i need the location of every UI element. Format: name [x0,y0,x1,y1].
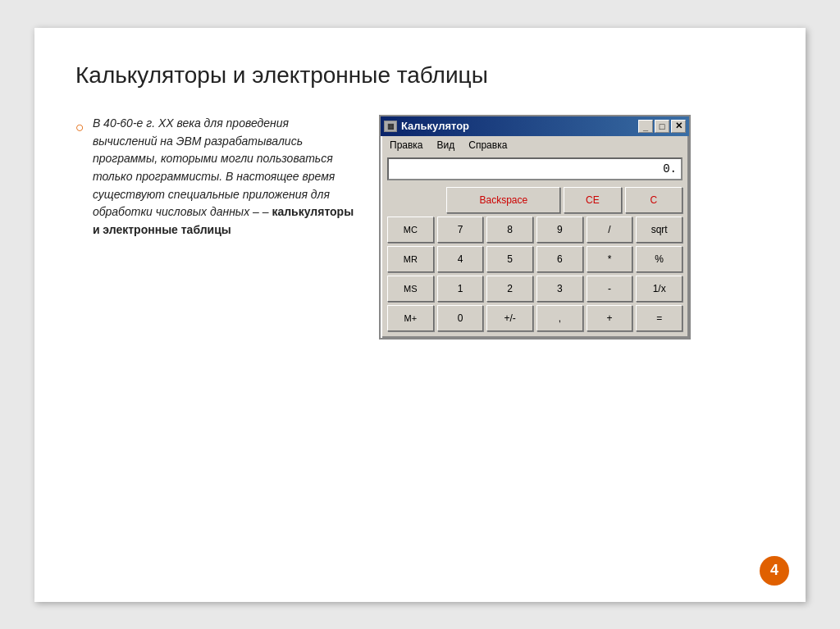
maximize-button[interactable]: □ [655,120,669,133]
btn-inverse[interactable]: 1/x [636,276,682,302]
btn-multiply[interactable]: * [587,246,633,272]
calc-display-area: 0. [381,154,689,184]
btn-1[interactable]: 1 [437,276,484,302]
btn-sqrt[interactable]: sqrt [636,217,682,243]
btn-9[interactable]: 9 [536,217,583,243]
calc-row-2: MR 4 5 6 * % [387,246,682,272]
btn-2[interactable]: 2 [486,276,533,302]
calc-display: 0. [387,157,682,180]
btn-8[interactable]: 8 [486,217,533,243]
calc-row-4: M+ 0 +/- , + = [387,305,682,331]
btn-c[interactable]: C [625,187,682,213]
slide-title: Калькуляторы и электронные таблицы [75,61,765,90]
calc-title-icon: ▦ [384,121,397,132]
bullet-item: ○ В 40-60-е г. XX века для проведения вы… [75,115,354,239]
btn-equals[interactable]: = [636,305,682,331]
calc-row-1: MC 7 8 9 / sqrt [387,217,682,243]
btn-add[interactable]: + [587,305,633,331]
calc-row-3: MS 1 2 3 - 1/x [387,276,682,302]
page-number: 4 [770,562,778,579]
btn-mr[interactable]: MR [387,246,434,272]
btn-7[interactable]: 7 [437,217,484,243]
calc-menubar: Правка Вид Справка [381,136,689,154]
btn-0[interactable]: 0 [437,305,484,331]
btn-subtract[interactable]: - [587,276,633,302]
calc-win-buttons: _ □ ✕ [638,120,686,133]
btn-backspace[interactable]: Backspace [446,187,560,213]
slide: Калькуляторы и электронные таблицы ○ В 4… [34,28,806,602]
btn-ce[interactable]: CE [564,187,621,213]
page-badge: 4 [760,556,789,586]
btn-mc[interactable]: MC [387,217,434,243]
calc-title-text: Калькулятор [401,120,469,132]
btn-3[interactable]: 3 [536,276,583,302]
calculator-window: ▦ Калькулятор _ □ ✕ Правка Вид Справка 0… [379,115,691,340]
bullet-italic-text: В 40-60-е г. XX века для проведения вычи… [93,116,335,218]
calc-display-value: 0. [663,162,677,175]
menu-vid[interactable]: Вид [432,138,460,153]
close-button[interactable]: ✕ [671,120,686,133]
calc-buttons: Backspace CE C MC 7 8 9 / sqrt MR 4 [381,184,689,338]
btn-comma[interactable]: , [536,305,583,331]
btn-6[interactable]: 6 [536,246,583,272]
btn-4[interactable]: 4 [437,246,484,272]
calc-titlebar-left: ▦ Калькулятор [384,120,469,132]
calc-titlebar: ▦ Калькулятор _ □ ✕ [381,116,689,136]
content-area: ○ В 40-60-е г. XX века для проведения вы… [75,115,765,340]
btn-mplus[interactable]: M+ [387,305,434,331]
minimize-button[interactable]: _ [638,120,653,133]
btn-divide[interactable]: / [587,217,633,243]
bullet-text: В 40-60-е г. XX века для проведения вычи… [93,115,354,239]
calc-row-0: Backspace CE C [387,187,682,213]
btn-percent[interactable]: % [636,246,682,272]
btn-5[interactable]: 5 [486,246,533,272]
bullet-icon: ○ [75,116,84,139]
btn-negate[interactable]: +/- [486,305,533,331]
text-column: ○ В 40-60-е г. XX века для проведения вы… [75,115,354,239]
menu-pravka[interactable]: Правка [385,138,428,153]
menu-spravka[interactable]: Справка [463,138,512,153]
btn-ms[interactable]: MS [387,276,434,302]
